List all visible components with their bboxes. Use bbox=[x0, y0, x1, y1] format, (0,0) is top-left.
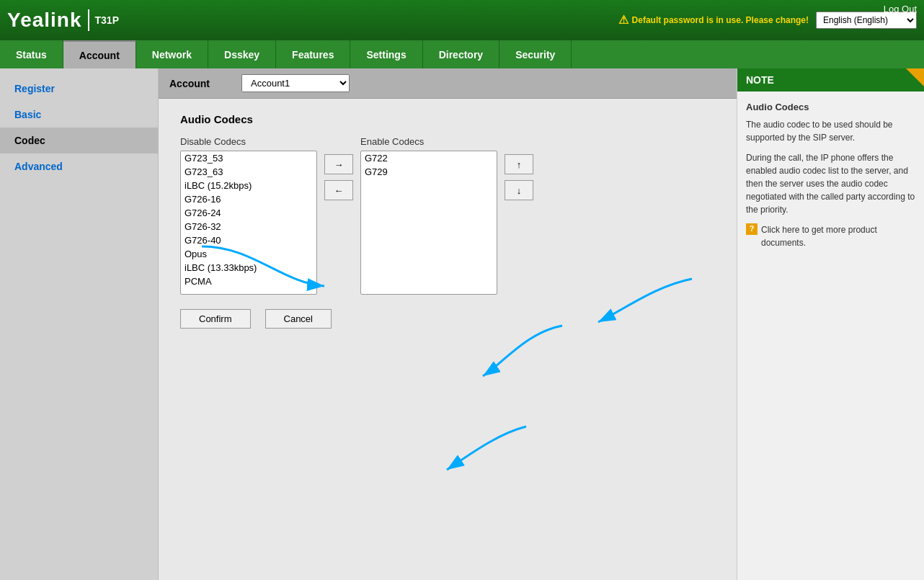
account-select[interactable]: Account1 Account2 Account3 bbox=[241, 74, 350, 92]
move-up-button[interactable]: ↑ bbox=[505, 154, 533, 174]
sidebar-item-codec[interactable]: Codec bbox=[0, 128, 158, 153]
warning-text: Default password is in use. Please chang… bbox=[632, 15, 809, 25]
note-title: Audio Codecs bbox=[746, 100, 915, 115]
codecs-container: Disable Codecs G723_53 G723_63 iLBC (15.… bbox=[180, 136, 715, 295]
nav-tab-dsskey[interactable]: Dsskey bbox=[208, 40, 276, 68]
warning-icon: ⚠ bbox=[618, 13, 628, 27]
main-layout: Register Basic Codec Advanced Account Ac… bbox=[0, 68, 924, 580]
enable-codecs-list[interactable]: G722 G729 bbox=[360, 151, 497, 295]
cancel-button[interactable]: Cancel bbox=[265, 309, 332, 329]
sidebar-item-basic[interactable]: Basic bbox=[0, 102, 158, 128]
note-panel: NOTE Audio Codecs The audio codec to be … bbox=[737, 68, 924, 580]
enable-codecs-wrapper: Enable Codecs G722 G729 bbox=[360, 136, 497, 295]
nav-tab-directory[interactable]: Directory bbox=[423, 40, 499, 68]
note-header-text: NOTE bbox=[746, 74, 774, 86]
note-docs-text: Click here to get more product documents… bbox=[761, 223, 915, 249]
logo-divider bbox=[88, 9, 89, 31]
transfer-buttons: → ← bbox=[324, 154, 353, 200]
action-buttons: Confirm Cancel bbox=[180, 309, 715, 329]
logo-area: Yealink T31P bbox=[7, 9, 119, 32]
nav-tab-status[interactable]: Status bbox=[0, 40, 63, 68]
enable-codecs-label: Enable Codecs bbox=[360, 136, 497, 147]
note-docs-icon: ? bbox=[746, 223, 758, 235]
logo-text: Yealink bbox=[7, 9, 82, 32]
account-header-bar: Account Account1 Account2 Account3 bbox=[159, 68, 737, 99]
nav-tab-network[interactable]: Network bbox=[136, 40, 208, 68]
move-right-button[interactable]: → bbox=[324, 154, 353, 174]
note-corner-decoration bbox=[906, 68, 924, 86]
note-body: Audio Codecs The audio codec to be used … bbox=[737, 92, 924, 258]
top-right-area: ⚠ Default password is in use. Please cha… bbox=[618, 12, 917, 29]
note-body2: During the call, the IP phone offers the… bbox=[746, 151, 915, 216]
account-header-label: Account bbox=[169, 78, 227, 89]
move-left-button[interactable]: ← bbox=[324, 180, 353, 200]
note-header: NOTE bbox=[737, 68, 924, 92]
sidebar: Register Basic Codec Advanced bbox=[0, 68, 159, 580]
updown-buttons: ↑ ↓ bbox=[505, 154, 533, 200]
disable-codecs-list[interactable]: G723_53 G723_63 iLBC (15.2kbps) G726-16 … bbox=[180, 151, 317, 295]
note-docs-link[interactable]: ? Click here to get more product documen… bbox=[746, 223, 915, 249]
logout-button[interactable]: Log Out bbox=[884, 4, 917, 14]
nav-tab-settings[interactable]: Settings bbox=[350, 40, 422, 68]
model-text: T31P bbox=[95, 14, 119, 26]
warning-message: ⚠ Default password is in use. Please cha… bbox=[618, 13, 809, 27]
header: Yealink T31P ⚠ Default password is in us… bbox=[0, 0, 924, 40]
confirm-button[interactable]: Confirm bbox=[180, 309, 251, 329]
nav-tab-features[interactable]: Features bbox=[276, 40, 350, 68]
sidebar-item-advanced[interactable]: Advanced bbox=[0, 153, 158, 179]
nav-bar: Status Account Network Dsskey Features S… bbox=[0, 40, 924, 68]
nav-tab-security[interactable]: Security bbox=[499, 40, 572, 68]
move-down-button[interactable]: ↓ bbox=[505, 180, 533, 200]
sidebar-item-register[interactable]: Register bbox=[0, 76, 158, 102]
content-area: Account Account1 Account2 Account3 Audio… bbox=[159, 68, 737, 580]
nav-tab-account[interactable]: Account bbox=[63, 40, 136, 68]
arrow-annotation-2 bbox=[468, 318, 577, 391]
disable-codecs-label: Disable Codecs bbox=[180, 136, 317, 147]
note-body1: The audio codec to be used should be sup… bbox=[746, 118, 915, 144]
audio-codecs-title: Audio Codecs bbox=[180, 113, 715, 125]
content-body: Audio Codecs Disable Codecs G723_53 G723… bbox=[159, 99, 737, 343]
disable-codecs-wrapper: Disable Codecs G723_53 G723_63 iLBC (15.… bbox=[180, 136, 317, 295]
arrow-annotation-4 bbox=[432, 419, 541, 477]
